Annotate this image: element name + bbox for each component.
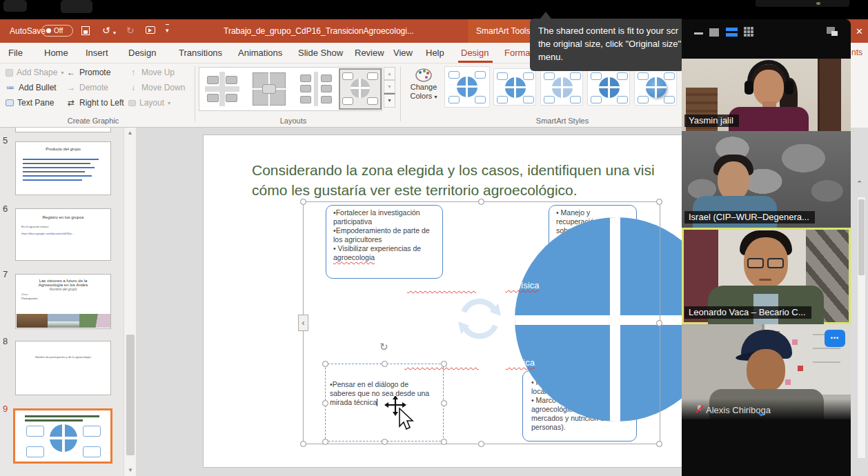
menu-review[interactable]: Review [355,48,384,58]
window-close-button[interactable]: ✕ [851,19,868,43]
add-bullet-button[interactable]: ≔ Add Bullet [6,83,57,92]
scrollbar-thumb[interactable] [126,335,135,455]
textbox-handle[interactable] [322,361,328,367]
frame-handle[interactable] [300,441,306,447]
move-up-button[interactable]: ↑ Move Up [128,68,175,77]
desktop-tab[interactable] [3,0,27,12]
undo-caret-icon[interactable]: ▾ [113,28,116,38]
textbox-handle[interactable] [322,400,328,406]
slide-9-thumbnail-selected[interactable] [13,408,112,464]
layout-thumb-1[interactable] [202,70,242,108]
quadrant-label-socio-economica[interactable]: Socio-economica [407,281,476,291]
slide-8-thumbnail[interactable]: Nombre de participantes y de la agroecol… [15,341,111,395]
smartart-textbox-bottom-left-text[interactable]: •Pensar en el diálogo de saberes que no … [330,380,435,407]
menu-view[interactable]: View [393,48,413,58]
layout-button[interactable]: Layout ▾ [128,98,170,108]
slideshow-icon[interactable] [146,26,155,34]
layout-thumb-3[interactable] [296,70,336,108]
slide-7-thumbnail[interactable]: Las visiones a futuro de la Agroecología… [15,274,111,329]
demote-icon: → [66,83,76,92]
create-graphic-group-label: Create Graphic [52,117,135,125]
menu-help[interactable]: Help [426,48,444,58]
scroll-down-arrow[interactable]: ▼ [124,466,137,475]
move-down-button[interactable]: ↓ Move Down [128,83,185,92]
menu-transitions[interactable]: Transitions [179,48,222,58]
menu-animations[interactable]: Animations [238,48,282,58]
layouts-more-button[interactable]: ▼ [384,93,395,108]
thumbnail-scrollbar[interactable]: ▲ ▼ [124,128,136,476]
textbox-handle[interactable] [382,439,388,445]
frame-handle[interactable] [300,199,306,205]
gallery-view-icon[interactable] [744,27,756,37]
textbox-handle[interactable] [441,361,447,367]
tooltip-line: The shared content is fit to your scr [538,24,676,37]
textbox-handle[interactable] [382,361,388,367]
undo-icon[interactable]: ↺ [102,26,110,35]
quadrant-label-biofisica[interactable]: Biofísica [505,280,539,290]
menu-design[interactable]: Design [128,48,156,58]
collapse-chevron[interactable]: ⌃ [856,179,862,188]
frame-handle[interactable] [656,441,662,447]
smartart-style-4[interactable] [587,68,630,106]
qat-customize-icon[interactable]: ▾ [166,24,169,35]
smartart-style-2[interactable] [493,68,536,106]
menu-smartart-design[interactable]: Design [461,48,489,58]
layout-thumb-4-selected[interactable] [339,68,382,110]
textbox-handle[interactable] [441,439,447,445]
video-tile-leonardo-active[interactable]: Leonardo Vaca – Becario C... [682,228,851,324]
smartart-style-1-selected[interactable] [444,66,490,108]
change-colors-button[interactable]: Change Colors ▾ [406,66,442,113]
textbox-handle[interactable] [441,400,447,406]
menu-smartart-format[interactable]: Format [504,48,533,58]
meeting-panel-header [682,19,851,59]
restore-window-icon[interactable] [709,28,719,37]
smartart-textbox-top-left-text[interactable]: •Fortalecer la investigación participati… [333,208,435,262]
layouts-scroll-down[interactable]: ▼ [384,80,395,93]
text-pane-button[interactable]: Text Pane [6,98,54,108]
layout-thumb-2[interactable] [249,70,289,108]
desktop-tab[interactable] [61,0,92,13]
panel-collapse-chevron-icon[interactable]: ⌄ [756,404,767,419]
rotate-handle[interactable]: ↻ [379,341,388,353]
tile-more-options-button[interactable]: ••• [825,330,845,347]
frame-handle[interactable] [656,199,662,205]
layouts-scroll-up[interactable]: ▲ [384,67,395,80]
frame-handle[interactable] [656,320,662,326]
right-to-left-button[interactable]: ⇄ Right to Left [66,98,124,108]
quadrant-label-politica[interactable]: Politica [506,357,535,368]
editor-scrollbar[interactable] [857,197,866,459]
add-shape-button[interactable]: Add Shape ▾ [6,68,63,77]
menu-home[interactable]: Home [44,48,68,58]
participant-name: Yasmin jalil [684,115,739,127]
minimize-icon[interactable] [694,32,703,34]
scroll-up-arrow[interactable]: ▲ [124,129,136,137]
video-tile-israel[interactable]: Israel (CIP–WUR–Degenera... [682,131,851,228]
menu-insert[interactable]: Insert [86,48,108,58]
text-pane-flyout-button[interactable]: ‹ [298,315,308,331]
video-tile-yasmin[interactable]: Yasmin jalil [682,59,851,131]
textbox-handle[interactable] [322,439,328,445]
slide-4-thumbnail-partial[interactable] [15,128,111,132]
frame-handle[interactable] [478,441,484,447]
menu-file[interactable]: File [8,48,23,58]
comments-button-partial[interactable]: nts [851,48,862,57]
smartart-style-5[interactable] [634,68,677,106]
promote-button[interactable]: ← Promote [66,68,110,77]
layouts-gallery [199,67,382,111]
editor-scrollbar-thumb[interactable] [858,199,865,275]
demote-button[interactable]: → Demote [66,83,108,92]
save-icon[interactable] [81,26,90,35]
thumbnail-photo [48,314,79,328]
redo-icon[interactable]: ↻ [126,26,135,35]
video-bg-door [818,59,841,131]
headphones-earcup [744,81,753,95]
smartart-style-3[interactable] [540,68,583,106]
slide-5-thumbnail[interactable]: Producto del grupo [15,141,111,195]
video-tile-alexis[interactable]: ••• Alexis Chiriboga ⌄ [682,324,851,419]
popout-layout-icon[interactable] [827,27,838,36]
menu-slideshow[interactable]: Slide Show [298,48,343,58]
slide-6-thumbnail[interactable]: Registro en los grupos En el siguiente e… [15,208,111,261]
frame-handle[interactable] [478,199,484,205]
autosave-toggle[interactable]: Off [41,25,73,37]
speaker-view-icon[interactable] [726,28,738,37]
